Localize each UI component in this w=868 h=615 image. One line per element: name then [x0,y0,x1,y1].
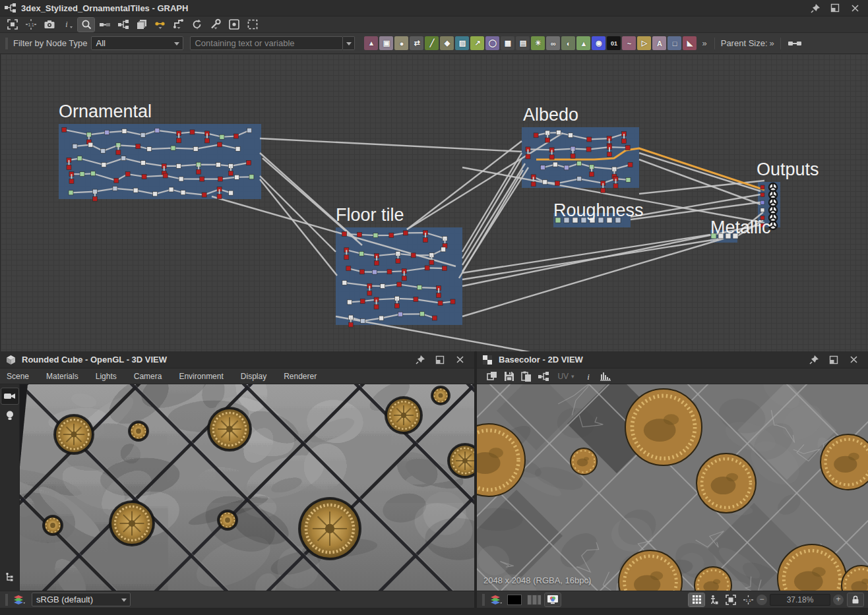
paste-image-icon[interactable] [518,370,534,383]
menu-lights[interactable]: Lights [96,372,117,381]
display-gamma-icon[interactable] [545,593,561,606]
link-display-icon[interactable] [96,18,113,32]
pin-icon[interactable] [809,355,819,365]
chevron-down-icon [346,42,352,45]
grid-toggle-icon[interactable] [689,593,704,606]
node-type-transform-icon[interactable]: ▤ [516,36,530,50]
view2d-panel: Basecolor - 2D VIEW UV▾i 2048 x 2048 (RG… [477,351,868,608]
colorspace-select[interactable]: sRGB (default) [32,593,131,606]
search-options-button[interactable] [343,36,355,50]
node-type-channel-shuffle-icon[interactable]: ⇄ [410,36,423,50]
menu-camera[interactable]: Camera [134,372,162,381]
zoom-level-field[interactable]: 37.18% [770,594,830,606]
frame-selection-icon[interactable] [244,18,261,32]
copy-image-icon[interactable] [484,370,500,383]
pin-icon[interactable] [810,3,821,13]
menu-display[interactable]: Display [241,372,266,381]
maximize-icon[interactable] [435,355,445,365]
pin-icon[interactable] [415,355,425,365]
close-icon[interactable] [848,355,859,365]
graph-toolbar: 1:1i [0,16,868,33]
node-type-svg-icon[interactable]: ▣ [379,36,393,50]
node-type-curve-icon[interactable]: ╱ [425,36,439,50]
colorspace-layers-icon[interactable] [11,593,27,606]
svg-text:1:1: 1:1 [28,22,34,27]
menu-materials[interactable]: Materials [46,372,78,381]
linked-nodes-icon[interactable] [787,36,803,50]
zoom-out-button[interactable]: − [757,595,767,605]
focus-node-icon[interactable] [226,18,242,32]
recompute-icon[interactable] [189,18,205,32]
stack-order-icon[interactable] [133,18,150,32]
camera-view-icon[interactable] [1,388,18,404]
menu-renderer[interactable]: Renderer [284,372,317,381]
node-type-pbr-light-icon[interactable]: ☀ [531,36,545,50]
information-icon[interactable]: i [580,370,596,383]
menu-scene[interactable]: Scene [7,372,29,381]
background-pattern-swatch[interactable] [527,595,542,605]
toolbar-overflow-button[interactable]: » [702,38,706,48]
tools-icon[interactable] [207,18,224,32]
zoom-in-button[interactable]: + [833,595,844,605]
node-type-levels-icon[interactable]: ◆ [440,36,454,50]
node-type-crop-icon[interactable]: □ [667,36,681,50]
node-link-icon[interactable] [536,370,551,383]
actual-size-icon[interactable]: 1:1 [22,18,39,32]
chevron-down-icon [174,42,179,45]
node-type-spline-icon[interactable]: ~ [622,36,636,50]
view3d-viewport[interactable] [0,384,474,591]
toolbar-grip[interactable] [5,38,8,49]
node-type-mirror-icon[interactable]: ▷ [637,36,651,50]
elbow-connection-icon[interactable] [170,18,187,32]
node-type-bitmap-icon[interactable]: ▴ [364,36,378,50]
node-type-shape-icon[interactable]: ◯ [485,36,499,50]
save-image-icon[interactable] [501,370,517,383]
cluster-frame-floor-tile[interactable] [336,227,462,325]
scene-tree-icon[interactable] [1,570,18,585]
close-icon[interactable] [454,355,465,365]
chevron-down-icon [121,599,127,602]
search-icon[interactable] [78,18,94,32]
parent-size-label[interactable]: Parent Size:» [721,38,774,48]
camera-thumbnail-icon[interactable] [41,18,57,32]
mannequin-scale-icon[interactable] [706,593,722,606]
menu-environment[interactable]: Environment [179,372,223,381]
node-type-tile-sampler-icon[interactable]: ▦ [501,36,514,50]
search-input[interactable] [190,36,343,50]
light-icon[interactable] [1,408,18,424]
panel-splitter[interactable] [474,351,477,608]
colorspace-layers-icon[interactable] [488,593,504,606]
cluster-label-roughness: Roughness [553,200,644,220]
histogram-icon[interactable] [598,370,613,383]
view3d-bottombar: sRGB (default) [0,591,474,608]
close-icon[interactable] [850,3,860,13]
view2d-viewport[interactable]: 2048 x 2048 (RGBA, 16bpc) [477,384,868,591]
maximize-icon[interactable] [830,3,840,13]
node-type-directional-warp-icon[interactable]: ▨ [455,36,469,50]
node-type-hsl-icon[interactable]: ◉ [592,36,605,50]
node-type-gradient-map-icon[interactable]: ∞ [546,36,560,50]
graph-canvas[interactable]: OrnamentalAlbedoFloor tileRoughnessMetal… [0,54,868,351]
dot-connection-icon[interactable] [152,18,168,32]
actual-size-icon[interactable]: 1:1 [740,593,756,606]
node-type-strip: ▴▣●⇄╱◆▨↗◯▦▤☀∞◐▲◉01~▷A□◣ [364,36,697,50]
node-type-select[interactable]: All [91,36,183,50]
fit-frame-icon[interactable] [723,593,739,606]
node-type-text-icon[interactable]: A [652,36,666,50]
maximize-icon[interactable] [828,355,839,365]
checker-2d-icon [482,355,494,365]
info-icon[interactable]: i [59,18,76,32]
node-type-flood-fill-icon[interactable]: ◣ [683,36,697,50]
background-black-swatch[interactable] [507,595,522,605]
node-type-gradient-icon[interactable]: ↗ [470,36,484,50]
cluster-label-albedo: Albedo [523,105,578,125]
node-links-icon[interactable] [115,18,131,32]
fit-view-icon[interactable] [4,18,20,32]
cluster-label-ornamental: Ornamental [59,102,152,121]
node-type-histogram-scan-icon[interactable]: ▲ [576,36,590,50]
lock-icon[interactable] [848,593,863,606]
node-type-grayscale-conversion-icon[interactable]: 01 [607,36,621,50]
node-type-blend-icon[interactable]: ● [394,36,408,50]
node-type-shape-mapper-icon[interactable]: ◐ [561,36,575,50]
uv-mode-button[interactable]: UV▾ [553,370,579,383]
